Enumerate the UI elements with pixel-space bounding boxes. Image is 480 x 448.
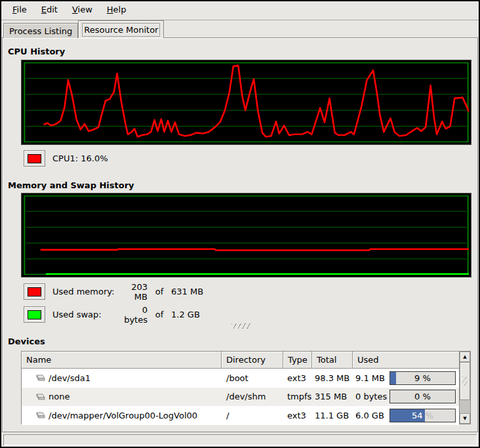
cpu-color-swatch-button[interactable]: [24, 150, 45, 167]
device-type: tmpfs: [283, 392, 312, 401]
tab-process-listing[interactable]: Process Listing: [3, 23, 78, 38]
cpu-color-swatch: [28, 154, 41, 163]
scrollbar-grip: [462, 377, 468, 386]
scrollbar-thumb[interactable]: [460, 362, 470, 400]
device-name: none: [49, 392, 70, 401]
table-scrollbar[interactable]: ▲ ▼: [459, 352, 470, 424]
device-used: 9.1 MB: [355, 373, 389, 383]
menu-file[interactable]: File: [5, 1, 34, 20]
tab-bar: Process Listing Resource Monitor: [3, 20, 164, 38]
usage-progressbar: 9 %9 %: [390, 371, 456, 385]
menu-view[interactable]: View: [65, 1, 100, 20]
memory-legend-label: Used memory:: [52, 287, 116, 296]
scrollbar-trough[interactable]: [460, 400, 470, 413]
column-header-type[interactable]: Type: [283, 352, 312, 369]
device-used: 0 bytes: [355, 392, 389, 401]
device-type: ext3: [283, 373, 312, 383]
swap-used-value: 0 bytes: [116, 305, 148, 325]
table-row[interactable]: none/dev/shmtmpfs315 MB0 bytes0 %0 %: [22, 388, 459, 407]
table-row[interactable]: /dev/sda1/bootext398.3 MB9.1 MB9 %9 %: [22, 369, 459, 388]
devices-table: Name Directory Type Total Used /dev/sda1…: [21, 351, 471, 424]
device-directory: /dev/shm: [222, 392, 283, 401]
menu-edit[interactable]: Edit: [34, 1, 65, 20]
device-directory: /: [222, 411, 283, 420]
disk-icon: [34, 411, 45, 420]
tab-label: Process Listing: [9, 26, 72, 36]
swap-color-swatch: [28, 310, 41, 319]
cpu-history-title: CPU History: [8, 47, 65, 56]
devices-title: Devices: [8, 336, 45, 346]
menu-help[interactable]: Help: [100, 1, 134, 20]
device-used: 6.0 GB: [355, 411, 389, 420]
disk-icon: [34, 373, 45, 382]
column-header-total[interactable]: Total: [312, 352, 353, 369]
status-bar: [3, 434, 477, 445]
menubar: File Edit View Help: [1, 1, 479, 20]
device-type: ext3: [283, 411, 312, 420]
device-total: 98.3 MB: [312, 373, 353, 383]
memory-color-swatch: [28, 287, 41, 296]
swap-legend: Used swap: 0 bytes of 1.2 GB: [24, 306, 200, 323]
memory-history-title: Memory and Swap History: [8, 180, 134, 190]
usage-progressbar: 54 %54 %: [390, 409, 456, 422]
device-name: /dev/mapper/VolGroup00-LogVol00: [49, 411, 197, 420]
column-header-used[interactable]: Used: [353, 352, 459, 369]
memory-color-swatch-button[interactable]: [24, 283, 45, 300]
scroll-down-icon[interactable]: ▼: [460, 413, 470, 424]
device-total: 315 MB: [312, 392, 353, 401]
cpu-legend-label: CPU1: 16.0%: [52, 153, 108, 163]
swap-color-swatch-button[interactable]: [24, 306, 45, 323]
cpu-history-graph: [21, 60, 471, 145]
devices-table-header: Name Directory Type Total Used: [22, 352, 459, 369]
scroll-up-icon[interactable]: ▲: [460, 352, 470, 362]
swap-total-value: 1.2 GB: [171, 310, 200, 319]
usage-progressbar: 0 %0 %: [390, 390, 456, 403]
memory-used-value: 203 MB: [116, 282, 148, 302]
disk-icon: [34, 392, 45, 401]
table-row[interactable]: /dev/mapper/VolGroup00-LogVol00/ext311.1…: [22, 406, 459, 425]
pane-resize-handle[interactable]: [231, 323, 251, 329]
swap-of-text: of: [148, 310, 171, 319]
memory-of-text: of: [148, 287, 171, 296]
cpu-legend: CPU1: 16.0%: [24, 150, 108, 167]
tab-resource-monitor[interactable]: Resource Monitor: [78, 20, 164, 38]
tab-label: Resource Monitor: [84, 25, 158, 35]
column-header-name[interactable]: Name: [22, 352, 222, 369]
memory-total-value: 631 MB: [171, 287, 203, 296]
device-name: /dev/sda1: [49, 373, 90, 383]
memory-legend: Used memory: 203 MB of 631 MB: [24, 283, 203, 300]
swap-legend-label: Used swap:: [52, 310, 116, 319]
column-header-directory[interactable]: Directory: [222, 352, 283, 369]
system-monitor-window: File Edit View Help Process Listing Reso…: [0, 0, 480, 448]
device-total: 11.1 GB: [312, 411, 353, 420]
memory-swap-graph: [21, 193, 471, 277]
device-directory: /boot: [222, 373, 283, 383]
